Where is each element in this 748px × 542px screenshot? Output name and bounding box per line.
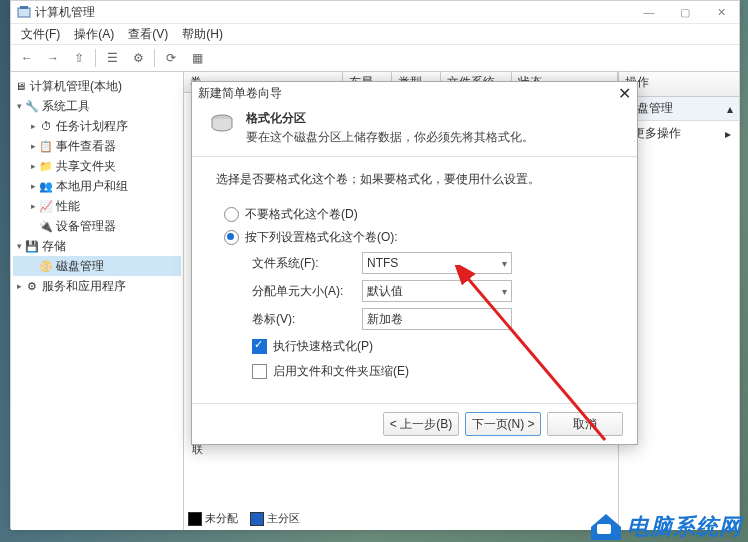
menu-bar: 文件(F) 操作(A) 查看(V) 帮助(H) — [11, 24, 739, 45]
properties-icon[interactable]: ⚙ — [126, 46, 150, 70]
watermark-logo-icon — [591, 514, 621, 540]
checkbox-icon — [252, 364, 267, 379]
tree-event-viewer[interactable]: ▸📋事件查看器 — [13, 136, 181, 156]
app-icon — [17, 5, 31, 19]
legend-unallocated-icon — [188, 512, 202, 526]
tree-task-scheduler[interactable]: ▸⏱任务计划程序 — [13, 116, 181, 136]
radio-no-format[interactable]: 不要格式化这个卷(D) — [224, 206, 617, 223]
tree-device-manager[interactable]: 🔌设备管理器 — [13, 216, 181, 236]
forward-icon[interactable]: → — [41, 46, 65, 70]
label-filesystem: 文件系统(F): — [252, 255, 362, 272]
menu-action[interactable]: 操作(A) — [68, 26, 120, 43]
watermark: 电脑系统网 — [591, 512, 742, 542]
new-volume-wizard: 新建简单卷向导 ✕ 格式化分区 要在这个磁盘分区上储存数据，你必须先将其格式化。… — [191, 81, 638, 445]
up-icon[interactable]: ⇧ — [67, 46, 91, 70]
cancel-button[interactable]: 取消 — [547, 412, 623, 436]
wizard-title-bar[interactable]: 新建简单卷向导 ✕ — [192, 82, 637, 104]
svg-rect-0 — [18, 8, 30, 17]
tree-root[interactable]: 🖥计算机管理(本地) — [13, 76, 181, 96]
separator — [154, 49, 155, 67]
next-button[interactable]: 下一页(N) > — [465, 412, 541, 436]
wizard-subheading: 要在这个磁盘分区上储存数据，你必须先将其格式化。 — [246, 129, 534, 146]
export-icon[interactable]: ▦ — [185, 46, 209, 70]
menu-view[interactable]: 查看(V) — [122, 26, 174, 43]
radio-icon — [224, 207, 239, 222]
maximize-button[interactable]: ▢ — [667, 1, 703, 23]
tree-performance[interactable]: ▸📈性能 — [13, 196, 181, 216]
tree-services[interactable]: ▸⚙服务和应用程序 — [13, 276, 181, 296]
chevron-up-icon: ▴ — [727, 102, 733, 116]
label-allocation-unit: 分配单元大小(A): — [252, 283, 362, 300]
disk-icon — [208, 110, 236, 138]
menu-help[interactable]: 帮助(H) — [176, 26, 229, 43]
legend-primary: 主分区 — [267, 512, 300, 524]
tree-shared-folders[interactable]: ▸📁共享文件夹 — [13, 156, 181, 176]
legend-primary-icon — [250, 512, 264, 526]
list-icon[interactable]: ☰ — [100, 46, 124, 70]
svg-rect-1 — [20, 6, 28, 9]
legend-unallocated: 未分配 — [205, 512, 238, 524]
label-volume-label: 卷标(V): — [252, 311, 362, 328]
watermark-text: 电脑系统网 — [627, 512, 742, 542]
title-bar[interactable]: 计算机管理 — ▢ ✕ — [11, 1, 739, 24]
radio-format[interactable]: 按下列设置格式化这个卷(O): — [224, 229, 617, 246]
tree-system-tools[interactable]: ▾🔧系统工具 — [13, 96, 181, 116]
refresh-icon[interactable]: ⟳ — [159, 46, 183, 70]
wizard-title: 新建简单卷向导 — [198, 85, 282, 102]
checkbox-quick-format[interactable]: 执行快速格式化(P) — [252, 338, 617, 355]
minimize-button[interactable]: — — [631, 1, 667, 23]
checkbox-icon — [252, 339, 267, 354]
toolbar: ← → ⇧ ☰ ⚙ ⟳ ▦ — [11, 45, 739, 72]
wizard-heading: 格式化分区 — [246, 110, 534, 127]
legend: 未分配 主分区 — [188, 511, 300, 526]
tree-local-users[interactable]: ▸👥本地用户和组 — [13, 176, 181, 196]
back-button[interactable]: < 上一步(B) — [383, 412, 459, 436]
close-button[interactable]: ✕ — [703, 1, 739, 23]
back-icon[interactable]: ← — [15, 46, 39, 70]
volume-label-input[interactable]: 新加卷 — [362, 308, 512, 330]
nav-tree[interactable]: 🖥计算机管理(本地) ▾🔧系统工具 ▸⏱任务计划程序 ▸📋事件查看器 ▸📁共享文… — [11, 72, 184, 530]
checkbox-compression[interactable]: 启用文件和文件夹压缩(E) — [252, 363, 617, 380]
wizard-instruction: 选择是否要格式化这个卷；如果要格式化，要使用什么设置。 — [216, 171, 617, 188]
tree-disk-management[interactable]: 📀磁盘管理 — [13, 256, 181, 276]
filesystem-select[interactable]: NTFS — [362, 252, 512, 274]
radio-icon — [224, 230, 239, 245]
close-icon[interactable]: ✕ — [618, 84, 631, 103]
separator — [95, 49, 96, 67]
menu-file[interactable]: 文件(F) — [15, 26, 66, 43]
chevron-right-icon: ▸ — [725, 127, 731, 141]
window-title: 计算机管理 — [35, 4, 95, 21]
tree-storage[interactable]: ▾💾存储 — [13, 236, 181, 256]
allocation-unit-select[interactable]: 默认值 — [362, 280, 512, 302]
